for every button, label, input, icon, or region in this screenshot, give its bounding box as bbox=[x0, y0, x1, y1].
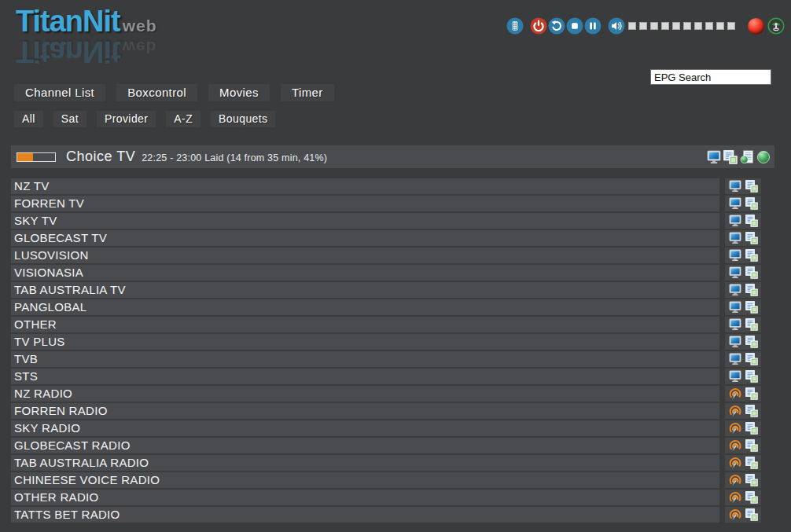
radio-icon[interactable] bbox=[729, 491, 741, 504]
filter-az-button[interactable]: A-Z bbox=[166, 111, 201, 127]
channel-name[interactable]: VISIONASIA bbox=[11, 265, 719, 281]
volume-segment[interactable] bbox=[683, 22, 691, 30]
radio-icon[interactable] bbox=[729, 474, 741, 486]
epg-list-icon[interactable] bbox=[745, 474, 758, 486]
filter-provider-button[interactable]: Provider bbox=[97, 111, 156, 127]
record-indicator bbox=[748, 18, 764, 35]
epg-list-icon[interactable] bbox=[745, 301, 758, 314]
epg-list-icon[interactable] bbox=[745, 215, 758, 227]
radio-icon[interactable] bbox=[729, 508, 741, 521]
speaker-icon[interactable] bbox=[608, 17, 625, 35]
epg-list-icon[interactable] bbox=[745, 180, 758, 193]
channel-row-actions bbox=[725, 507, 761, 523]
epg-list-icon[interactable] bbox=[745, 439, 758, 452]
epg-list-icon[interactable] bbox=[745, 353, 758, 365]
epg-list-icon[interactable] bbox=[745, 387, 758, 400]
epg-list-icon[interactable] bbox=[723, 150, 738, 164]
channel-name[interactable]: TV PLUS bbox=[11, 334, 719, 350]
channel-name[interactable]: FORREN RADIO bbox=[11, 403, 719, 419]
tv-icon[interactable] bbox=[729, 301, 741, 314]
tv-icon[interactable] bbox=[729, 232, 741, 244]
channel-name[interactable]: PANGLOBAL bbox=[11, 299, 719, 315]
filter-all-button[interactable]: All bbox=[14, 111, 43, 127]
tv-icon[interactable] bbox=[729, 353, 741, 365]
channel-name[interactable]: SKY RADIO bbox=[11, 420, 719, 436]
row-divider bbox=[719, 472, 725, 488]
tv-icon[interactable] bbox=[729, 215, 741, 227]
filter-sat-button[interactable]: Sat bbox=[53, 111, 86, 127]
tv-icon[interactable] bbox=[729, 370, 741, 383]
tv-icon[interactable] bbox=[729, 284, 741, 296]
channel-name[interactable]: CHINEESE VOICE RADIO bbox=[11, 472, 719, 488]
stop-icon[interactable] bbox=[566, 17, 583, 35]
epg-search-input[interactable] bbox=[650, 69, 771, 85]
volume-segment[interactable] bbox=[661, 22, 669, 30]
epg-list-icon[interactable] bbox=[745, 422, 758, 435]
epg-list-icon[interactable] bbox=[745, 318, 758, 331]
stream-antenna-icon[interactable] bbox=[767, 17, 785, 35]
channel-row-actions bbox=[725, 282, 761, 298]
volume-segment[interactable] bbox=[639, 22, 647, 30]
nav-channel-list-button[interactable]: Channel List bbox=[14, 84, 105, 101]
row-divider bbox=[719, 420, 725, 436]
nav-movies-button[interactable]: Movies bbox=[208, 84, 270, 101]
volume-segment[interactable] bbox=[628, 22, 636, 30]
volume-segment[interactable] bbox=[650, 22, 658, 30]
channel-name[interactable]: TAB AUSTRALIA TV bbox=[11, 282, 719, 298]
channel-name[interactable]: OTHER bbox=[11, 317, 719, 332]
channel-name[interactable]: GLOBECAST RADIO bbox=[11, 438, 719, 453]
channel-row: SKY TV bbox=[11, 213, 780, 229]
row-divider bbox=[719, 299, 725, 315]
tv-icon[interactable] bbox=[729, 266, 741, 279]
channel-name[interactable]: TAB AUSTRALIA RADIO bbox=[11, 455, 719, 471]
tv-stream-icon[interactable] bbox=[707, 150, 721, 164]
refresh-icon[interactable] bbox=[548, 17, 565, 35]
channel-name[interactable]: NZ TV bbox=[11, 178, 719, 194]
volume-segment[interactable] bbox=[705, 22, 713, 30]
channel-row-actions bbox=[725, 230, 761, 246]
channel-name[interactable]: OTHER RADIO bbox=[11, 490, 719, 505]
power-icon[interactable] bbox=[530, 17, 547, 35]
epg-list-icon[interactable] bbox=[745, 457, 758, 469]
header-controls bbox=[506, 17, 785, 35]
volume-segment[interactable] bbox=[672, 22, 680, 30]
channel-name[interactable]: FORREN TV bbox=[11, 196, 719, 211]
channel-name[interactable]: TATTS BET RADIO bbox=[11, 507, 719, 523]
tv-icon[interactable] bbox=[729, 336, 741, 348]
epg-list-icon[interactable] bbox=[745, 284, 758, 296]
remote-icon[interactable] bbox=[506, 17, 524, 35]
radio-icon[interactable] bbox=[729, 405, 741, 417]
channel-name[interactable]: LUSOVISION bbox=[11, 248, 719, 263]
radio-icon[interactable] bbox=[729, 422, 741, 435]
epg-list-icon[interactable] bbox=[745, 197, 758, 210]
tv-icon[interactable] bbox=[729, 197, 741, 210]
epg-list-icon[interactable] bbox=[745, 232, 758, 244]
channel-name[interactable]: NZ RADIO bbox=[11, 386, 719, 402]
radio-icon[interactable] bbox=[729, 457, 741, 469]
globe-icon[interactable] bbox=[756, 150, 771, 164]
tv-icon[interactable] bbox=[729, 249, 741, 262]
epg-list-icon[interactable] bbox=[745, 508, 758, 521]
channel-name[interactable]: SKY TV bbox=[11, 213, 719, 229]
tv-icon[interactable] bbox=[729, 318, 741, 331]
volume-segment[interactable] bbox=[694, 22, 702, 30]
volume-segment[interactable] bbox=[716, 22, 724, 30]
pause-icon[interactable] bbox=[584, 17, 602, 35]
filter-bouquets-button[interactable]: Bouquets bbox=[211, 111, 275, 127]
epg-web-page-icon[interactable] bbox=[740, 150, 754, 164]
epg-list-icon[interactable] bbox=[745, 491, 758, 504]
tv-icon[interactable] bbox=[729, 180, 741, 193]
nav-timer-button[interactable]: Timer bbox=[281, 84, 334, 101]
epg-list-icon[interactable] bbox=[745, 249, 758, 262]
epg-list-icon[interactable] bbox=[745, 405, 758, 417]
channel-name[interactable]: GLOBECAST TV bbox=[11, 230, 719, 246]
epg-list-icon[interactable] bbox=[745, 266, 758, 279]
radio-icon[interactable] bbox=[729, 387, 741, 400]
channel-name[interactable]: TVB bbox=[11, 351, 719, 367]
epg-list-icon[interactable] bbox=[745, 370, 758, 383]
channel-name[interactable]: STS bbox=[11, 369, 719, 384]
volume-segment[interactable] bbox=[727, 22, 735, 30]
radio-icon[interactable] bbox=[729, 439, 741, 452]
nav-boxcontrol-button[interactable]: Boxcontrol bbox=[116, 84, 197, 101]
epg-list-icon[interactable] bbox=[745, 336, 758, 348]
